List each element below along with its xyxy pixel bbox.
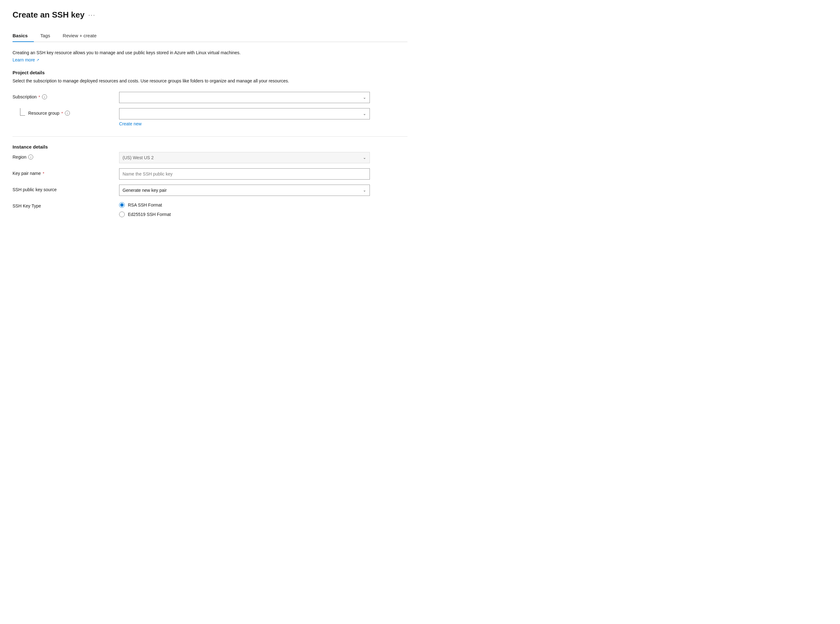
- page-title: Create an SSH key: [12, 10, 85, 20]
- region-select-wrapper: (US) West US 2 ⌄: [119, 152, 370, 163]
- region-label: Region: [12, 154, 26, 159]
- ssh-key-type-radio-group: RSA SSH Format Ed25519 SSH Format: [119, 201, 370, 217]
- subscription-info-icon[interactable]: i: [42, 94, 47, 99]
- resource-group-select[interactable]: [119, 108, 370, 119]
- key-pair-name-label: Key pair name: [12, 171, 41, 176]
- ssh-public-key-source-label-col: SSH public key source: [12, 185, 119, 192]
- region-info-icon[interactable]: i: [28, 154, 33, 159]
- learn-more-label: Learn more: [12, 57, 35, 62]
- ssh-public-key-source-label: SSH public key source: [12, 187, 57, 192]
- ssh-source-select[interactable]: Generate new key pair Use existing key s…: [119, 185, 370, 196]
- project-details-description: Select the subscription to manage deploy…: [12, 78, 408, 84]
- rsa-radio-input[interactable]: [119, 202, 125, 208]
- resource-group-row: Resource group * i ⌄ Create new: [12, 108, 408, 126]
- key-pair-name-label-col: Key pair name *: [12, 168, 119, 176]
- key-pair-name-input[interactable]: [119, 168, 370, 179]
- ssh-key-type-control: RSA SSH Format Ed25519 SSH Format: [119, 201, 370, 217]
- subscription-required: *: [39, 95, 40, 99]
- intro-description: Creating an SSH key resource allows you …: [12, 49, 408, 56]
- ed25519-radio-input[interactable]: [119, 212, 125, 217]
- key-pair-name-required: *: [43, 171, 44, 176]
- subscription-control: ⌄: [119, 92, 370, 103]
- rsa-radio-label: RSA SSH Format: [128, 202, 162, 207]
- ssh-key-type-label-col: SSH Key Type: [12, 201, 119, 209]
- tab-tags[interactable]: Tags: [40, 30, 56, 42]
- resource-group-required: *: [62, 111, 63, 116]
- resource-group-label: Resource group: [28, 111, 60, 116]
- rsa-radio-option[interactable]: RSA SSH Format: [119, 202, 370, 208]
- key-pair-name-row: Key pair name *: [12, 168, 408, 179]
- page-title-area: Create an SSH key ···: [12, 10, 408, 20]
- instance-details-title: Instance details: [12, 144, 408, 150]
- resource-group-label-col: Resource group * i: [12, 108, 119, 116]
- region-row: Region i (US) West US 2 ⌄: [12, 152, 408, 163]
- project-details-title: Project details: [12, 70, 408, 75]
- ed25519-radio-label: Ed25519 SSH Format: [128, 212, 171, 217]
- ssh-public-key-source-control: Generate new key pair Use existing key s…: [119, 185, 370, 196]
- instance-details-section: Instance details Region i (US) West US 2…: [12, 144, 408, 217]
- subscription-label-col: Subscription * i: [12, 92, 119, 99]
- section-divider: [12, 136, 408, 137]
- region-select[interactable]: (US) West US 2: [119, 152, 370, 163]
- ed25519-radio-option[interactable]: Ed25519 SSH Format: [119, 212, 370, 217]
- project-details-section: Project details Select the subscription …: [12, 70, 408, 126]
- more-options-icon[interactable]: ···: [88, 11, 96, 19]
- tab-review-create[interactable]: Review + create: [63, 30, 103, 42]
- resource-group-info-icon[interactable]: i: [65, 111, 70, 116]
- subscription-select-wrapper: ⌄: [119, 92, 370, 103]
- indent-marker: [20, 108, 25, 116]
- subscription-label: Subscription: [12, 94, 37, 99]
- external-link-icon: ↗: [36, 58, 39, 62]
- subscription-select[interactable]: [119, 92, 370, 103]
- create-new-link[interactable]: Create new: [119, 121, 142, 126]
- ssh-source-select-wrapper: Generate new key pair Use existing key s…: [119, 185, 370, 196]
- ssh-key-type-row: SSH Key Type RSA SSH Format Ed25519 SSH …: [12, 201, 408, 217]
- tabs-container: Basics Tags Review + create: [12, 30, 408, 42]
- ssh-key-type-label: SSH Key Type: [12, 203, 41, 209]
- ssh-public-key-source-row: SSH public key source Generate new key p…: [12, 185, 408, 196]
- resource-group-control: ⌄ Create new: [119, 108, 370, 126]
- subscription-row: Subscription * i ⌄: [12, 92, 408, 103]
- learn-more-link[interactable]: Learn more ↗: [12, 57, 39, 62]
- resource-group-select-wrapper: ⌄: [119, 108, 370, 119]
- region-label-col: Region i: [12, 152, 119, 159]
- key-pair-name-control: [119, 168, 370, 179]
- tab-basics[interactable]: Basics: [12, 30, 34, 42]
- region-control: (US) West US 2 ⌄: [119, 152, 370, 163]
